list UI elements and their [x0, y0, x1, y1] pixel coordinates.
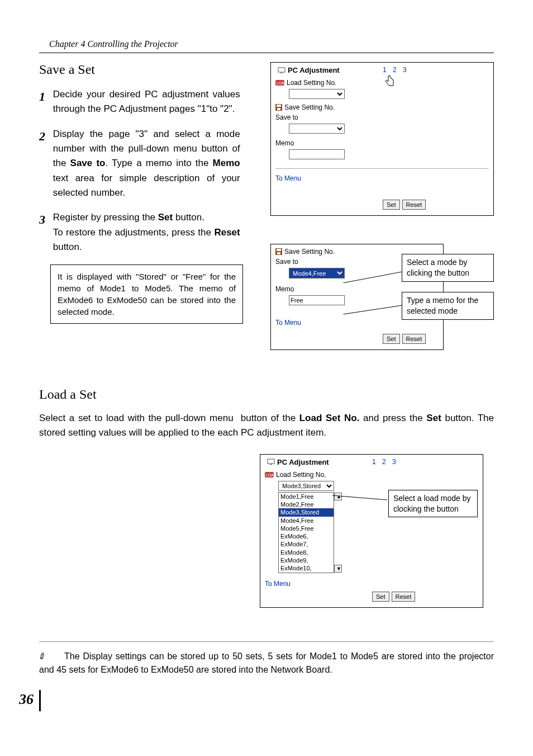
svg-rect-13 — [270, 464, 272, 465]
reset-button[interactable]: Reset — [402, 334, 426, 344]
svg-text:LOAD: LOAD — [277, 81, 284, 85]
page-links[interactable]: 1 2 3 — [372, 458, 398, 466]
list-item[interactable]: Mode5,Free — [279, 525, 334, 532]
step-text: Register by pressing the Set button.To r… — [53, 210, 240, 254]
load-icon: LOAD — [275, 80, 284, 86]
load-icon: LOAD — [265, 472, 274, 478]
scroll-down-icon[interactable]: ▼ — [334, 565, 342, 573]
footer-note: ✐The Display settings can be stored up t… — [39, 641, 494, 677]
monitor-icon — [278, 67, 285, 74]
panel-title: PC Adjustment — [277, 458, 329, 466]
list-item[interactable]: Mode1,Free — [279, 493, 334, 500]
memo-label: Memo — [275, 139, 489, 147]
list-item[interactable]: ExMode10, — [279, 564, 334, 572]
memo-input[interactable] — [289, 149, 345, 159]
step-3: 3 Register by pressing the Set button.To… — [39, 210, 243, 254]
load-section-text: Select a set to load with the pull-down … — [39, 411, 494, 441]
section-title-load: Load a Set — [39, 387, 494, 402]
callout-select-load-mode: Select a load mode by clocking the butto… — [388, 490, 478, 518]
callout-type-memo: Type a memo for the selected mode — [402, 292, 494, 320]
section-title-save: Save a Set — [39, 62, 243, 77]
save-setting-label: Save Setting No. — [284, 103, 335, 111]
page-number: 36 — [17, 690, 41, 711]
save-to-select[interactable]: Mode4,Free — [289, 268, 345, 278]
step-number: 3 — [39, 210, 50, 229]
pc-adjustment-panel-3: PC Adjustment 1 2 3 LOAD Load Setting No… — [260, 454, 483, 608]
save-icon — [275, 104, 282, 111]
to-menu-link[interactable]: To Menu — [265, 580, 291, 588]
svg-rect-1 — [280, 73, 283, 73]
load-setting-select[interactable]: Mode3,Stored — [278, 481, 334, 491]
chapter-header: Chapter 4 Controlling the Projector — [39, 39, 494, 53]
svg-rect-9 — [277, 252, 280, 254]
to-menu-link[interactable]: To Menu — [275, 319, 301, 327]
memo-input[interactable] — [289, 295, 345, 305]
load-setting-label: Load Setting No. — [287, 79, 336, 87]
save-setting-label: Save Setting No. — [284, 248, 335, 256]
reset-button[interactable]: Reset — [392, 592, 416, 602]
reset-button[interactable]: Reset — [402, 200, 426, 210]
list-item[interactable]: ExMode7, — [279, 540, 334, 548]
list-item[interactable]: Mode4,Free — [279, 517, 334, 525]
load-setting-dropdown[interactable]: ▲ Mode1,Free Mode2,Free Mode3,Stored Mod… — [278, 492, 334, 573]
load-setting-select[interactable] — [289, 89, 345, 99]
list-item[interactable]: Mode3,Stored — [279, 508, 334, 516]
callout-select-mode: Select a mode by clicking the button — [402, 254, 494, 282]
monitor-icon — [267, 459, 275, 465]
step-number: 2 — [39, 127, 50, 146]
list-item[interactable]: Mode2,Free — [279, 500, 334, 508]
save-icon — [275, 248, 282, 255]
step-1: 1 Decide your desired PC adjustment valu… — [39, 87, 243, 117]
pencil-icon: ✐ — [36, 649, 49, 664]
set-button[interactable]: Set — [372, 592, 389, 602]
pc-adjustment-panel-1: PC Adjustment 1 2 3 LOAD Load Setting No… — [270, 62, 494, 216]
svg-rect-5 — [277, 105, 281, 107]
save-to-select[interactable] — [289, 124, 345, 134]
set-button[interactable]: Set — [383, 334, 400, 344]
load-setting-label: Load Setting No. — [276, 471, 326, 479]
scroll-up-icon[interactable]: ▲ — [334, 493, 342, 500]
list-item[interactable]: ExMode8, — [279, 549, 334, 556]
svg-rect-0 — [278, 68, 285, 72]
list-item[interactable]: ExMode9, — [279, 556, 334, 564]
svg-rect-6 — [277, 108, 280, 110]
svg-text:LOAD: LOAD — [266, 473, 274, 477]
step-text: Decide your desired PC adjustment values… — [53, 87, 240, 117]
step-number: 1 — [39, 87, 50, 106]
svg-rect-12 — [268, 459, 274, 464]
set-button[interactable]: Set — [383, 200, 400, 210]
note-box: It is displayed with "Stored" or "Free" … — [50, 264, 243, 324]
step-text: Display the page "3" and select a mode n… — [53, 127, 240, 201]
list-item[interactable]: ExMode6, — [279, 532, 334, 540]
step-2: 2 Display the page "3" and select a mode… — [39, 127, 243, 201]
panel-title: PC Adjustment — [288, 66, 340, 74]
save-to-label: Save to — [275, 114, 489, 121]
hand-cursor-icon — [383, 73, 399, 91]
svg-rect-8 — [277, 249, 281, 251]
to-menu-link[interactable]: To Menu — [275, 174, 301, 182]
